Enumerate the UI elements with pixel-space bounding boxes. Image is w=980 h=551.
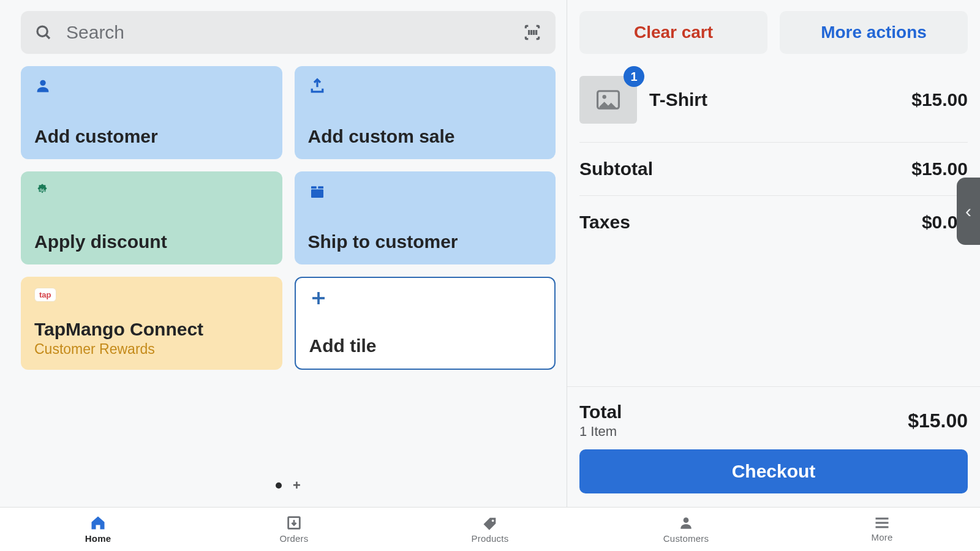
cart-line-item[interactable]: 1 T-Shirt $15.00 <box>579 54 968 143</box>
search-bar[interactable]: Search <box>21 11 556 54</box>
orders-icon <box>285 515 303 531</box>
svg-point-6 <box>40 80 45 86</box>
tile-label: Add tile <box>309 335 541 356</box>
add-tile-button[interactable]: Add tile <box>295 277 556 370</box>
subtotal-label: Subtotal <box>579 159 653 179</box>
upload-icon <box>308 77 543 96</box>
svg-rect-10 <box>318 186 323 189</box>
tag-icon <box>481 515 499 531</box>
nav-orders[interactable]: Orders <box>196 508 392 551</box>
nav-products[interactable]: Products <box>392 508 588 551</box>
tile-label: TapMango Connect <box>34 319 269 340</box>
svg-point-16 <box>492 520 494 522</box>
menu-icon <box>873 516 891 530</box>
nav-more[interactable]: More <box>784 508 980 551</box>
apply-discount-tile[interactable]: % Apply discount <box>21 171 282 264</box>
tile-label: Add custom sale <box>308 126 543 147</box>
clear-cart-button[interactable]: Clear cart <box>579 11 767 54</box>
discount-badge-icon: % <box>34 182 269 201</box>
total-items: 1 Item <box>579 424 622 440</box>
svg-line-1 <box>46 35 50 39</box>
svg-point-0 <box>37 26 47 36</box>
clear-cart-label: Clear cart <box>634 23 713 42</box>
taxes-label: Taxes <box>579 212 630 233</box>
nav-label: Products <box>472 533 509 544</box>
home-icon <box>89 515 107 531</box>
nav-label: More <box>872 532 893 542</box>
checkout-button[interactable]: Checkout <box>579 449 968 493</box>
tapmango-tile[interactable]: tap TapMango Connect Customer Rewards <box>21 277 282 370</box>
svg-rect-8 <box>311 189 323 198</box>
nav-label: Home <box>85 533 111 544</box>
tile-label: Apply discount <box>34 231 269 252</box>
plus-icon <box>309 289 541 307</box>
nav-label: Customers <box>663 533 709 544</box>
add-page-icon[interactable]: + <box>293 478 301 493</box>
person-icon <box>678 515 694 531</box>
taxes-row: Taxes $0.00 <box>579 196 968 249</box>
search-placeholder: Search <box>66 22 509 43</box>
chevron-left-icon: ‹ <box>965 201 971 222</box>
tile-label: Add customer <box>34 126 269 147</box>
tile-subtitle: Customer Rewards <box>34 341 269 358</box>
barcode-scan-icon[interactable] <box>522 23 542 42</box>
more-actions-button[interactable]: More actions <box>780 11 968 54</box>
checkout-label: Checkout <box>732 461 816 482</box>
svg-point-17 <box>684 517 689 523</box>
page-dot-active <box>276 482 282 489</box>
more-actions-label: More actions <box>821 23 927 42</box>
svg-text:%: % <box>40 187 45 193</box>
total-value: $15.00 <box>908 410 968 432</box>
cart-item-price: $15.00 <box>911 89 968 110</box>
quantity-badge: 1 <box>624 66 644 87</box>
subtotal-value: $15.00 <box>911 159 968 179</box>
nav-home[interactable]: Home <box>0 508 196 551</box>
total-label: Total <box>579 402 622 422</box>
tile-label: Ship to customer <box>308 231 543 252</box>
subtotal-row: Subtotal $15.00 <box>579 143 968 196</box>
page-indicator: + <box>21 462 556 507</box>
tapmango-app-icon: tap <box>34 288 269 306</box>
person-icon <box>34 77 269 96</box>
svg-rect-9 <box>311 186 317 189</box>
cart-item-name: T-Shirt <box>649 89 899 110</box>
ship-to-customer-tile[interactable]: Ship to customer <box>295 171 556 264</box>
bottom-nav: Home Orders Products Customers More <box>0 507 980 551</box>
add-custom-sale-tile[interactable]: Add custom sale <box>295 66 556 159</box>
nav-customers[interactable]: Customers <box>588 508 784 551</box>
svg-point-14 <box>603 95 606 99</box>
nav-label: Orders <box>279 533 308 544</box>
side-drawer-handle[interactable]: ‹ <box>957 178 980 245</box>
package-icon <box>308 182 543 201</box>
total-row: Total 1 Item $15.00 <box>579 398 968 449</box>
add-customer-tile[interactable]: Add customer <box>21 66 282 159</box>
search-icon <box>34 23 53 42</box>
